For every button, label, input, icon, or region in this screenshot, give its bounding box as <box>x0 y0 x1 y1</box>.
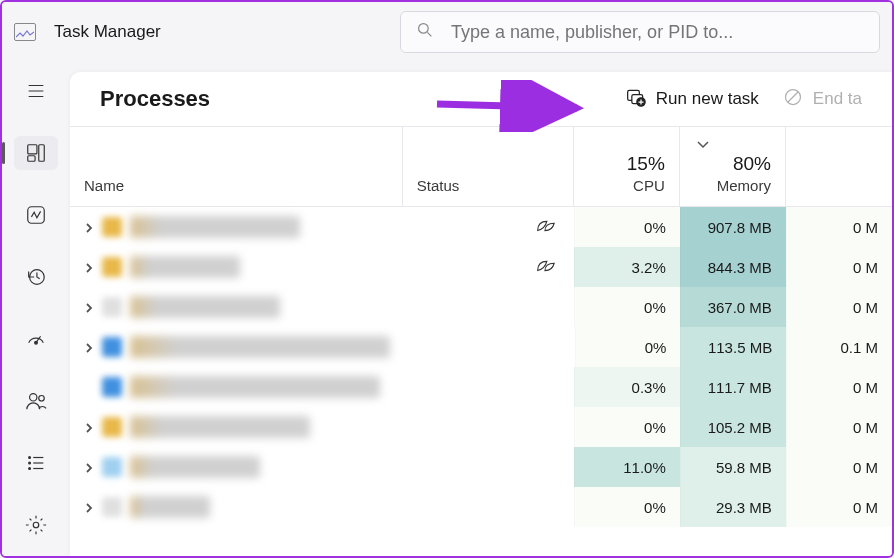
svg-point-0 <box>419 24 429 34</box>
svg-point-20 <box>33 522 39 528</box>
column-label: Status <box>417 177 559 194</box>
column-label: Name <box>84 177 388 194</box>
cell-status <box>403 287 574 327</box>
table-row[interactable]: 0%113.5 MB0.1 M <box>70 327 892 367</box>
cell-cpu: 0% <box>574 207 680 247</box>
column-percent: 80% <box>733 153 771 175</box>
process-icon <box>102 217 122 237</box>
table-body: 0%907.8 MB0 M3.2%844.3 MB0 M0%367.0 MB0 … <box>70 207 892 527</box>
cell-disk: 0.1 M <box>786 327 892 367</box>
process-name-redacted <box>130 416 310 438</box>
table-row[interactable]: 0.3%111.7 MB0 M <box>70 367 892 407</box>
table-row[interactable]: 0%907.8 MB0 M <box>70 207 892 247</box>
sidebar-item-app-history[interactable] <box>14 260 58 294</box>
cell-name <box>70 207 403 247</box>
table-row[interactable]: 0%105.2 MB0 M <box>70 407 892 447</box>
svg-line-27 <box>788 92 798 102</box>
column-header-cpu[interactable]: 15% CPU <box>574 127 680 206</box>
chevron-right-icon[interactable] <box>84 459 94 476</box>
titlebar: Task Manager <box>2 2 892 62</box>
run-new-task-label: Run new task <box>656 89 759 109</box>
svg-rect-6 <box>28 156 35 162</box>
svg-line-1 <box>427 32 431 36</box>
svg-point-12 <box>30 394 37 401</box>
process-name-redacted <box>130 496 210 518</box>
column-header-name[interactable]: Name <box>70 127 403 206</box>
sidebar-item-details[interactable] <box>14 446 58 480</box>
chevron-right-icon[interactable] <box>84 339 94 356</box>
app-logo-icon <box>14 23 36 41</box>
process-table: Name Status 15% CPU 80% Memory <box>70 126 892 556</box>
cell-cpu: 0% <box>574 487 680 527</box>
column-header-memory[interactable]: 80% Memory <box>680 127 786 206</box>
process-name-redacted <box>130 256 240 278</box>
chevron-right-icon[interactable] <box>84 259 94 276</box>
cell-name <box>70 447 403 487</box>
search-input[interactable] <box>451 22 863 43</box>
sidebar-item-processes[interactable] <box>14 136 58 170</box>
cell-cpu: 0% <box>575 327 681 367</box>
sidebar-item-startup[interactable] <box>14 322 58 356</box>
column-percent: 15% <box>627 153 665 175</box>
cell-memory: 113.5 MB <box>680 327 786 367</box>
process-icon <box>102 417 122 437</box>
table-row[interactable]: 11.0%59.8 MB0 M <box>70 447 892 487</box>
sidebar-item-performance[interactable] <box>14 198 58 232</box>
cell-disk: 0 M <box>786 367 892 407</box>
end-task-label: End ta <box>813 89 862 109</box>
run-task-icon <box>626 87 646 112</box>
process-name-redacted <box>130 336 390 358</box>
cell-name <box>70 247 403 287</box>
chevron-right-icon[interactable] <box>84 499 94 516</box>
column-header-status[interactable]: Status <box>403 127 574 206</box>
column-header-disk[interactable] <box>786 127 892 206</box>
chevron-down-icon <box>696 135 710 152</box>
end-task-icon <box>783 87 803 112</box>
cell-memory: 111.7 MB <box>680 367 786 407</box>
svg-point-16 <box>29 462 31 464</box>
process-name-redacted <box>130 216 300 238</box>
cell-memory: 29.3 MB <box>680 487 786 527</box>
chevron-right-icon[interactable] <box>84 299 94 316</box>
sidebar-item-users[interactable] <box>14 384 58 418</box>
table-row[interactable]: 0%29.3 MB0 M <box>70 487 892 527</box>
cell-disk: 0 M <box>786 407 892 447</box>
cell-status <box>403 247 574 287</box>
svg-point-11 <box>35 341 38 344</box>
cell-name <box>70 487 403 527</box>
run-new-task-button[interactable]: Run new task <box>626 87 759 112</box>
chevron-right-icon[interactable] <box>84 219 94 236</box>
process-icon <box>102 337 122 357</box>
search-box[interactable] <box>400 11 880 53</box>
cell-disk: 0 M <box>786 447 892 487</box>
cell-cpu: 0% <box>574 407 680 447</box>
search-icon <box>417 22 433 42</box>
column-label: Memory <box>717 177 771 194</box>
sidebar <box>2 62 70 556</box>
main-panel: Processes Run new task End ta <box>70 72 892 556</box>
cell-memory: 844.3 MB <box>680 247 786 287</box>
table-row[interactable]: 0%367.0 MB0 M <box>70 287 892 327</box>
svg-point-13 <box>39 396 45 402</box>
cell-disk: 0 M <box>786 487 892 527</box>
table-header: Name Status 15% CPU 80% Memory <box>70 127 892 207</box>
table-row[interactable]: 3.2%844.3 MB0 M <box>70 247 892 287</box>
cell-name <box>70 407 403 447</box>
cell-status <box>403 487 574 527</box>
cell-cpu: 0.3% <box>574 367 680 407</box>
cell-name <box>70 367 403 407</box>
cell-cpu: 11.0% <box>574 447 680 487</box>
svg-rect-7 <box>39 145 45 162</box>
hamburger-menu-button[interactable] <box>14 74 58 108</box>
chevron-right-icon[interactable] <box>84 419 94 436</box>
cell-status <box>404 327 575 367</box>
process-icon <box>102 297 122 317</box>
process-icon <box>102 377 122 397</box>
end-task-button: End ta <box>783 87 862 112</box>
cell-name <box>70 287 403 327</box>
cell-disk: 0 M <box>786 207 892 247</box>
process-icon <box>102 257 122 277</box>
panel-header: Processes Run new task End ta <box>70 72 892 126</box>
column-label: CPU <box>633 177 665 194</box>
sidebar-item-settings[interactable] <box>14 508 58 542</box>
